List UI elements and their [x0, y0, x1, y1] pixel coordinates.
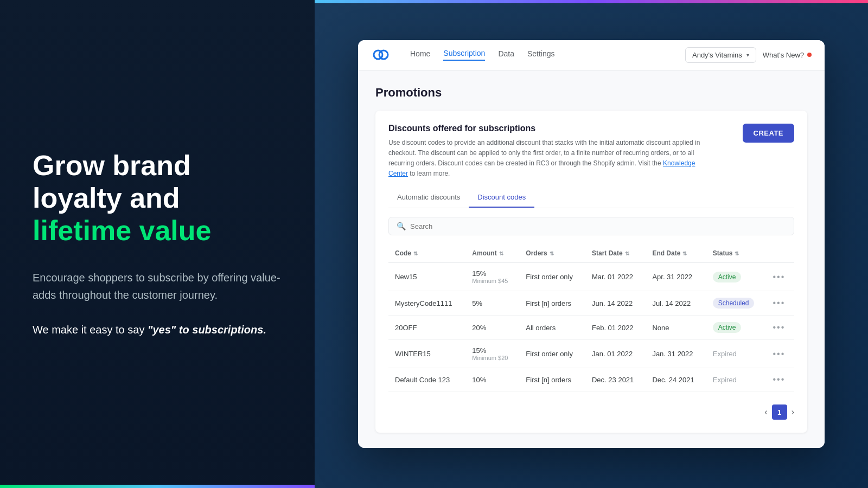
cell-code: WINTER15 — [388, 340, 465, 368]
right-panel: Home Subscription Data Settings Andy's V… — [315, 0, 868, 488]
app-window: Home Subscription Data Settings Andy's V… — [358, 40, 825, 448]
logo — [371, 45, 391, 65]
cell-more[interactable]: ••• — [766, 340, 794, 368]
cell-amount: 5% — [465, 291, 519, 316]
cell-orders: First [n] orders — [519, 291, 585, 316]
cell-amount: 10% — [465, 368, 519, 391]
cell-amount: 20% — [465, 316, 519, 340]
table-row: Default Code 123 10% First [n] orders De… — [388, 368, 794, 391]
cell-orders: First [n] orders — [519, 368, 585, 391]
status-badge: Expired — [713, 376, 737, 384]
page-1-button[interactable]: 1 — [772, 404, 787, 420]
cell-amount: 15% Minimum $45 — [465, 263, 519, 291]
cell-amount: 15% Minimum $20 — [465, 340, 519, 368]
cell-orders: First order only — [519, 340, 585, 368]
status-badge: Active — [713, 322, 742, 333]
tab-automatic-discounts[interactable]: Automatic discounts — [388, 188, 469, 208]
card-header: Discounts offered for subscriptions Use … — [388, 124, 794, 179]
card-header-text: Discounts offered for subscriptions Use … — [388, 124, 703, 179]
main-headline: Grow brand loyalty and lifetime value — [33, 150, 282, 247]
navbar-right: Andy's Vitamins ▾ What's New? — [685, 47, 812, 63]
col-amount: Amount⇅ — [465, 244, 519, 263]
next-page-button[interactable]: › — [792, 407, 794, 417]
create-button[interactable]: CREATE — [743, 124, 794, 143]
col-orders: Orders⇅ — [519, 244, 585, 263]
cell-more[interactable]: ••• — [766, 291, 794, 316]
store-name: Andy's Vitamins — [692, 51, 742, 59]
more-options-button[interactable]: ••• — [773, 272, 785, 281]
left-panel: Grow brand loyalty and lifetime value En… — [0, 0, 315, 488]
cta-text: We make it easy to say "yes" to subscrip… — [33, 321, 282, 338]
subheadline: Encourage shoppers to subscribe by offer… — [33, 269, 282, 304]
cell-status: Active — [706, 316, 767, 340]
col-end-date: End Date⇅ — [646, 244, 706, 263]
prev-page-button[interactable]: ‹ — [764, 407, 767, 417]
cell-status: Active — [706, 263, 767, 291]
cell-orders: All orders — [519, 316, 585, 340]
discount-codes-table: Code⇅ Amount⇅ Orders⇅ Start Date⇅ End Da… — [388, 244, 794, 391]
cell-more[interactable]: ••• — [766, 263, 794, 291]
navbar: Home Subscription Data Settings Andy's V… — [358, 40, 825, 70]
store-selector[interactable]: Andy's Vitamins ▾ — [685, 47, 756, 63]
nav-data[interactable]: Data — [498, 49, 514, 60]
card-title: Discounts offered for subscriptions — [388, 124, 703, 133]
cell-end-date: Jan. 31 2022 — [646, 340, 706, 368]
cell-code: 20OFF — [388, 316, 465, 340]
cell-start-date: Jan. 01 2022 — [585, 340, 646, 368]
promotions-card: Discounts offered for subscriptions Use … — [375, 111, 807, 433]
status-badge: Expired — [713, 350, 737, 358]
whats-new-button[interactable]: What's New? — [763, 51, 812, 59]
pagination: ‹ 1 › — [388, 400, 794, 420]
cta-italic: "yes" to subscriptions. — [148, 324, 266, 336]
cell-more[interactable]: ••• — [766, 316, 794, 340]
notification-dot — [807, 53, 812, 57]
cell-status: Expired — [706, 340, 767, 368]
table-header-row: Code⇅ Amount⇅ Orders⇅ Start Date⇅ End Da… — [388, 244, 794, 263]
tab-discount-codes[interactable]: Discount codes — [469, 188, 534, 208]
cell-start-date: Mar. 01 2022 — [585, 263, 646, 291]
cell-more[interactable]: ••• — [766, 368, 794, 391]
col-status: Status⇅ — [706, 244, 767, 263]
cell-end-date: Apr. 31 2022 — [646, 263, 706, 291]
more-options-button[interactable]: ••• — [773, 349, 785, 358]
cell-start-date: Feb. 01 2022 — [585, 316, 646, 340]
cell-code: New15 — [388, 263, 465, 291]
search-bar: 🔍 — [388, 217, 794, 235]
table-row: MysteryCode1111 5% First [n] orders Jun.… — [388, 291, 794, 316]
cell-code: Default Code 123 — [388, 368, 465, 391]
cell-end-date: None — [646, 316, 706, 340]
search-input[interactable] — [410, 222, 786, 230]
nav-subscription[interactable]: Subscription — [443, 49, 485, 61]
col-actions — [766, 244, 794, 263]
headline-accent: lifetime value — [33, 215, 211, 246]
col-code: Code⇅ — [388, 244, 465, 263]
cell-status: Expired — [706, 368, 767, 391]
more-options-button[interactable]: ••• — [773, 323, 785, 332]
svg-point-1 — [379, 50, 388, 59]
nav-links: Home Subscription Data Settings — [410, 49, 670, 61]
chevron-down-icon: ▾ — [746, 52, 749, 58]
nav-home[interactable]: Home — [410, 49, 430, 60]
status-badge: Scheduled — [713, 298, 755, 309]
table-row: New15 15% Minimum $45 First order only M… — [388, 263, 794, 291]
card-description: Use discount codes to provide an additio… — [388, 138, 703, 179]
more-options-button[interactable]: ••• — [773, 375, 785, 384]
cell-end-date: Jul. 14 2022 — [646, 291, 706, 316]
cell-orders: First order only — [519, 263, 585, 291]
cell-end-date: Dec. 24 2021 — [646, 368, 706, 391]
table-row: WINTER15 15% Minimum $20 First order onl… — [388, 340, 794, 368]
cell-status: Scheduled — [706, 291, 767, 316]
page-content: Promotions Discounts offered for subscri… — [358, 70, 825, 448]
nav-settings[interactable]: Settings — [527, 49, 555, 60]
table-row: 20OFF 20% All orders Feb. 01 2022 None A… — [388, 316, 794, 340]
tabs: Automatic discounts Discount codes — [388, 188, 794, 208]
cell-start-date: Dec. 23 2021 — [585, 368, 646, 391]
status-badge: Active — [713, 272, 742, 282]
more-options-button[interactable]: ••• — [773, 298, 785, 307]
col-start-date: Start Date⇅ — [585, 244, 646, 263]
cell-code: MysteryCode1111 — [388, 291, 465, 316]
search-icon: 🔍 — [397, 222, 406, 230]
cell-start-date: Jun. 14 2022 — [585, 291, 646, 316]
page-title: Promotions — [375, 86, 807, 100]
